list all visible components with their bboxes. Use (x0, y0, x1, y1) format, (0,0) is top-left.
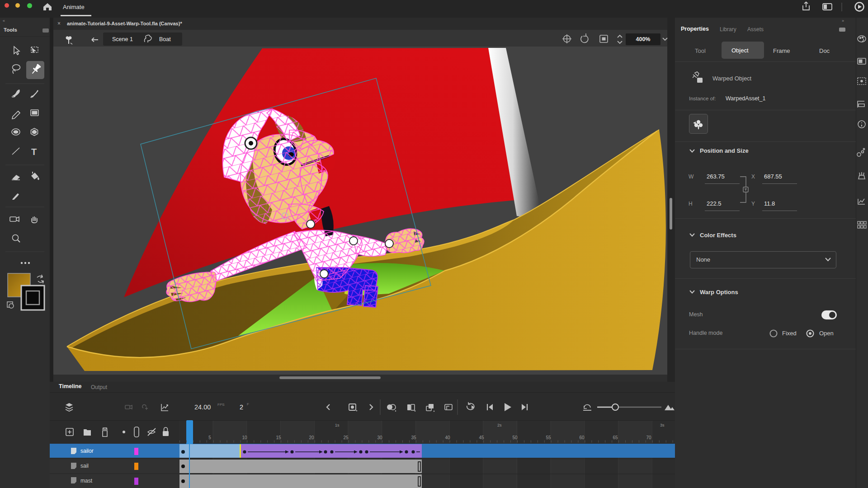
svg-text:T: T (31, 147, 37, 157)
